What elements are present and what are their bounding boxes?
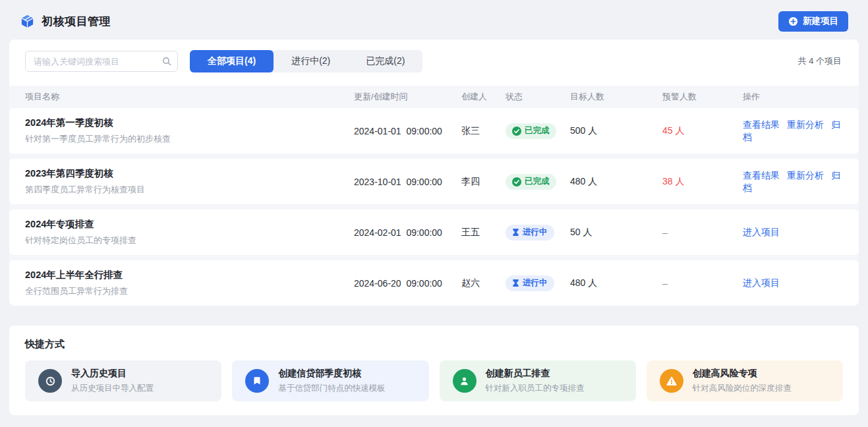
check-circle-icon (512, 177, 521, 186)
user-icon (453, 369, 477, 393)
status-label: 进行中 (523, 227, 548, 238)
tab-0[interactable]: 全部项目(4) (190, 50, 274, 72)
column-header-6: 操作 (743, 91, 843, 103)
target-count: 480 人 (570, 277, 662, 289)
table-header: 项目名称更新/创建时间创建人状态目标人数预警人数操作 (9, 86, 859, 108)
status-badge: 已完成 (506, 174, 556, 190)
shortcut-title: 创建新员工排查 (486, 368, 585, 380)
shortcut-description: 基于信贷部门特点的快速模板 (278, 383, 386, 394)
column-header-2: 创建人 (461, 91, 506, 103)
search-box (25, 51, 178, 72)
status-badge: 进行中 (506, 275, 554, 291)
header-left: 初核项目管理 (20, 14, 111, 29)
action-link-0[interactable]: 查看结果 (743, 170, 780, 181)
row-actions: 查看结果重新分析归档 (743, 169, 843, 194)
table-row: 2024年上半年全行排查 全行范围员工异常行为排查 2024-06-20 09:… (9, 260, 859, 306)
project-creator: 李四 (461, 176, 506, 188)
shortcut-card[interactable]: 导入历史项目 从历史项目中导入配置 (25, 360, 221, 401)
project-time: 2024-06-20 09:00:00 (354, 278, 461, 289)
page: 初核项目管理 新建项目 全部项 (0, 0, 868, 415)
project-description: 针对第一季度员工异常行为的初步核查 (25, 133, 343, 145)
status-label: 进行中 (523, 277, 548, 289)
clock-icon (38, 369, 62, 393)
shortcut-title: 创建高风险专项 (693, 368, 792, 380)
shortcut-title: 导入历史项目 (71, 368, 154, 380)
warning-count: 45 人 (662, 125, 743, 137)
table-row: 2023年第四季度初核 第四季度员工异常行为核查项目 2023-10-01 09… (9, 159, 859, 204)
warning-icon (660, 369, 683, 393)
shortcuts-title: 快捷方式 (25, 338, 843, 351)
target-count: 50 人 (570, 227, 662, 239)
project-description: 全行范围员工异常行为排查 (25, 285, 343, 297)
hourglass-icon (512, 228, 519, 237)
action-link-1[interactable]: 重新分析 (787, 170, 824, 181)
warning-count: – (662, 227, 743, 238)
check-circle-icon (512, 127, 521, 136)
shortcut-card[interactable]: 创建信贷部季度初核 基于信贷部门特点的快速模板 (232, 360, 428, 401)
project-time: 2023-10-01 09:00:00 (354, 177, 461, 187)
tab-2[interactable]: 已完成(2) (348, 50, 422, 72)
project-name: 2024年专项排查 (25, 218, 343, 231)
warning-count: 38 人 (662, 176, 743, 188)
project-creator: 王五 (461, 227, 506, 239)
target-count: 480 人 (570, 176, 662, 188)
row-actions: 进入项目 (743, 277, 843, 289)
project-time: 2024-02-01 09:00:00 (354, 227, 461, 238)
status-badge: 进行中 (506, 225, 554, 241)
search-input[interactable] (25, 51, 178, 72)
project-name: 2024年第一季度初核 (25, 117, 343, 129)
search-icon (162, 57, 171, 66)
new-project-button[interactable]: 新建项目 (778, 11, 848, 32)
project-description: 针对特定岗位员工的专项排查 (25, 235, 343, 246)
shortcut-title: 创建信贷部季度初核 (278, 368, 386, 380)
project-name: 2024年上半年全行排查 (25, 269, 343, 281)
project-name: 2023年第四季度初核 (25, 167, 343, 180)
page-header: 初核项目管理 新建项目 (9, 0, 859, 40)
action-link-0[interactable]: 进入项目 (743, 277, 780, 288)
action-link-1[interactable]: 重新分析 (787, 119, 824, 130)
shortcuts-card: 快捷方式 导入历史项目 从历史项目中导入配置 创建信贷部季度初核 基于信贷部门特… (9, 326, 859, 415)
cube-logo-icon (20, 14, 35, 29)
tab-1[interactable]: 进行中(2) (274, 50, 348, 72)
column-header-3: 状态 (506, 91, 570, 103)
project-creator: 赵六 (461, 277, 506, 289)
project-time: 2024-01-01 09:00:00 (354, 126, 461, 136)
bookmark-icon (245, 369, 269, 393)
hourglass-icon (512, 279, 519, 287)
shortcut-description: 针对高风险岗位的深度排查 (693, 383, 792, 394)
page-title: 初核项目管理 (42, 14, 111, 29)
table-row: 2024年第一季度初核 针对第一季度员工异常行为的初步核查 2024-01-01… (9, 108, 859, 154)
column-header-1: 更新/创建时间 (354, 91, 461, 103)
shortcut-card[interactable]: 创建新员工排查 针对新入职员工的专项排查 (440, 360, 636, 401)
project-creator: 张三 (461, 125, 506, 137)
plus-circle-icon (788, 16, 798, 26)
shortcut-row: 导入历史项目 从历史项目中导入配置 创建信贷部季度初核 基于信贷部门特点的快速模… (25, 360, 843, 401)
tabs: 全部项目(4)进行中(2)已完成(2) (190, 50, 422, 72)
shortcut-card[interactable]: 创建高风险专项 针对高风险岗位的深度排查 (647, 360, 843, 401)
toolbar: 全部项目(4)进行中(2)已完成(2) 共 4 个项目 (9, 40, 859, 86)
target-count: 500 人 (570, 125, 662, 137)
shortcut-description: 从历史项目中导入配置 (71, 383, 154, 394)
column-header-0: 项目名称 (25, 91, 354, 103)
action-link-0[interactable]: 进入项目 (743, 227, 780, 237)
status-badge: 已完成 (506, 123, 556, 139)
column-header-5: 预警人数 (662, 91, 743, 103)
status-label: 已完成 (525, 176, 550, 187)
project-count: 共 4 个项目 (798, 55, 843, 67)
shortcut-description: 针对新入职员工的专项排查 (486, 383, 585, 394)
row-actions: 查看结果重新分析归档 (743, 119, 843, 144)
column-header-4: 目标人数 (570, 91, 662, 103)
table-body: 2024年第一季度初核 针对第一季度员工异常行为的初步核查 2024-01-01… (9, 108, 859, 306)
row-actions: 进入项目 (743, 226, 843, 239)
project-table: 项目名称更新/创建时间创建人状态目标人数预警人数操作 2024年第一季度初核 针… (9, 86, 859, 306)
new-project-label: 新建项目 (803, 15, 838, 27)
table-row: 2024年专项排查 针对特定岗位员工的专项排查 2024-02-01 09:00… (9, 210, 859, 255)
action-link-0[interactable]: 查看结果 (743, 119, 780, 130)
project-description: 第四季度员工异常行为核查项目 (25, 184, 343, 196)
status-label: 已完成 (525, 125, 550, 136)
warning-count: – (662, 278, 743, 289)
project-list-card: 全部项目(4)进行中(2)已完成(2) 共 4 个项目 项目名称更新/创建时间创… (9, 40, 859, 306)
